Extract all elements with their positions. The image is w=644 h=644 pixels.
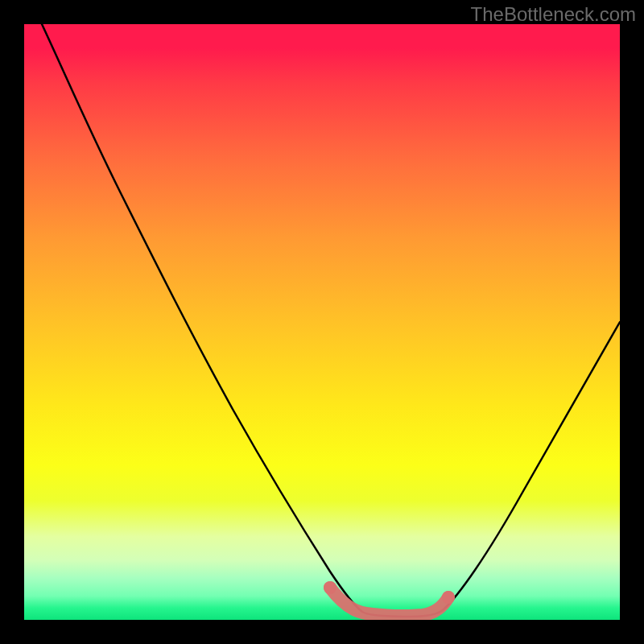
highlight-start-dot <box>324 581 336 594</box>
highlight-band-path <box>330 588 448 616</box>
curve-svg <box>24 24 620 620</box>
plot-area <box>24 24 620 620</box>
chart-container: TheBottleneck.com <box>0 0 644 644</box>
watermark-text: TheBottleneck.com <box>471 3 636 26</box>
bottleneck-curve-path <box>42 24 620 617</box>
highlight-end-dot <box>442 591 455 604</box>
